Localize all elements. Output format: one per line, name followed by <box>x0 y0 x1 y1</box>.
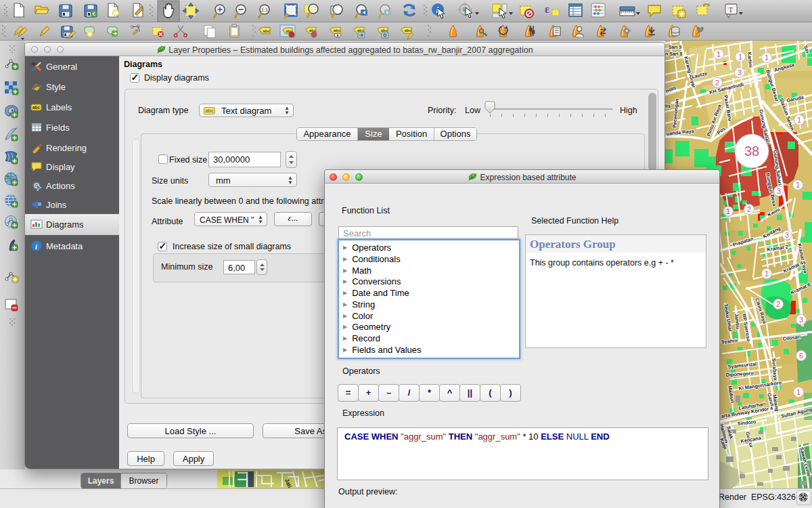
svg-text:1: 1 <box>717 50 721 58</box>
svg-text:n Sari 8: n Sari 8 <box>665 51 682 56</box>
svg-text:2: 2 <box>715 79 719 87</box>
svg-text:3: 3 <box>738 68 742 77</box>
svg-text:abc: abc <box>32 105 41 110</box>
svg-text:2: 2 <box>747 205 751 213</box>
svg-text:38: 38 <box>744 144 759 158</box>
svg-text:1: 1 <box>796 181 800 189</box>
svg-text:lis: lis <box>665 104 671 108</box>
svg-text:6: 6 <box>799 352 803 360</box>
svg-text:1: 1 <box>796 388 800 396</box>
svg-text:1: 1 <box>738 53 742 61</box>
svg-text:Sari 9: Sari 9 <box>669 45 681 49</box>
svg-text:1: 1 <box>726 207 730 215</box>
svg-text:3: 3 <box>785 231 789 239</box>
svg-text:3: 3 <box>799 316 803 324</box>
svg-text:1: 1 <box>765 270 769 278</box>
svg-text:Syahrir: Syahrir <box>721 337 739 345</box>
svg-text:1:1: 1:1 <box>261 7 268 12</box>
svg-text:3: 3 <box>777 187 781 195</box>
svg-text:ε: ε <box>545 3 549 16</box>
svg-text:2: 2 <box>776 300 780 308</box>
svg-text:1: 1 <box>797 116 801 124</box>
svg-text:T: T <box>729 5 734 14</box>
svg-text:1: 1 <box>765 54 769 62</box>
